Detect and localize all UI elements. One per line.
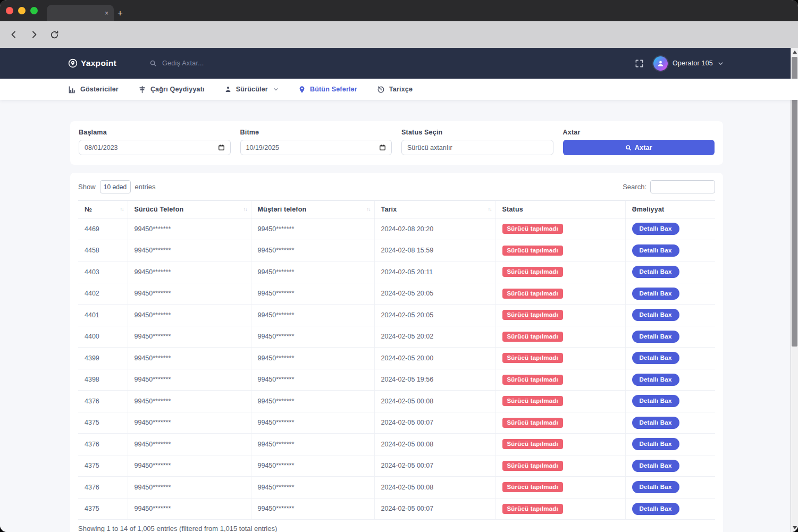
chevron-down-icon (718, 61, 724, 66)
calendar-icon[interactable] (218, 144, 225, 151)
table-info-text: Showing 1 to 14 of 1,005 entries (filter… (78, 525, 715, 532)
status-cell: Sürücü tapılmadı (495, 261, 625, 283)
status-badge: Sürücü tapılmadı (502, 289, 564, 299)
column-header-customer-phone[interactable]: Müştəri telefon↑↓ (251, 201, 374, 218)
nav-label: Çağrı Qeydiyyatı (150, 86, 205, 93)
driver-phone-cell: 99450******* (128, 261, 251, 283)
details-button[interactable]: Detallı Bax (632, 288, 679, 300)
filter-start-group: Başlama 08/01/2023 (79, 129, 231, 157)
nav-item-cagri-qeydiyyati[interactable]: Çağrı Qeydiyyatı (138, 86, 205, 94)
details-button[interactable]: Detallı Bax (632, 481, 679, 493)
tab-close-icon[interactable]: × (105, 10, 108, 16)
details-button[interactable]: Detallı Bax (632, 374, 679, 386)
row-id: 4403 (78, 261, 128, 283)
trip-date-cell: 2024-02-08 20:20 (374, 218, 495, 240)
user-icon (657, 60, 665, 67)
sort-icon[interactable]: ↑↓ (120, 207, 124, 212)
browser-tab[interactable]: × (47, 5, 114, 21)
details-button[interactable]: Detallı Bax (632, 309, 679, 321)
details-button[interactable]: Detallı Bax (632, 417, 679, 429)
end-date-input[interactable]: 10/19/2025 (240, 140, 392, 155)
customer-phone-cell: 99450******* (251, 498, 374, 520)
start-date-value: 08/01/2023 (85, 144, 218, 151)
customer-phone-cell: 99450******* (251, 455, 374, 477)
details-button[interactable]: Detallı Bax (632, 460, 679, 472)
nav-label: Sürücülər (236, 86, 268, 93)
row-id: 4399 (78, 348, 128, 369)
status-cell: Sürücü tapılmadı (495, 455, 625, 477)
row-id: 4376 (78, 477, 128, 499)
search-submit-button[interactable]: Axtar (563, 140, 715, 155)
scrollbar-thumb[interactable] (792, 57, 797, 347)
page-size-select[interactable]: 10 ədəd (100, 180, 131, 193)
reload-icon[interactable] (48, 28, 61, 41)
row-id: 4458 (78, 240, 128, 261)
scroll-up-icon[interactable] (793, 50, 797, 54)
table-row: 437599450*******99450*******2024-02-05 0… (78, 412, 715, 434)
end-date-label: Bitmə (240, 129, 392, 136)
nav-item-butun-seferler[interactable]: Bütün Səfərlər (298, 86, 357, 94)
scroll-down-icon[interactable] (793, 526, 797, 529)
avatar (653, 56, 668, 71)
table-controls: Show 10 ədəd entries Search: (78, 180, 715, 193)
status-select-label: Status Seçin (401, 129, 553, 136)
nav-item-gostericiler[interactable]: Göstəricilər (68, 86, 119, 94)
row-id: 4376 (78, 434, 128, 455)
customer-phone-cell: 99450******* (251, 305, 374, 326)
customer-phone-cell: 99450******* (251, 391, 374, 412)
trip-date-cell: 2024-02-05 00:07 (374, 498, 495, 520)
details-button[interactable]: Detallı Bax (632, 352, 679, 364)
search-button-label: Axtar (563, 129, 715, 136)
start-date-label: Başlama (79, 129, 231, 136)
column-header-no[interactable]: №↑↓ (78, 201, 128, 218)
trip-date-cell: 2024-02-05 20:00 (374, 348, 495, 369)
column-header-status[interactable]: Status (495, 201, 625, 218)
details-button[interactable]: Detallı Bax (632, 331, 679, 343)
table-row: 439999450*******99450*******2024-02-05 2… (78, 348, 715, 369)
status-select-input[interactable]: Sürücü axtarılır (401, 140, 553, 155)
user-menu[interactable]: Operator 105 (653, 56, 724, 71)
details-button[interactable]: Detallı Bax (632, 438, 679, 450)
vertical-scrollbar[interactable] (791, 48, 798, 532)
row-id: 4398 (78, 369, 128, 391)
minimize-window-button[interactable] (18, 7, 26, 14)
customer-phone-cell: 99450******* (251, 326, 374, 348)
table-row: 440199450*******99450*******2024-02-05 2… (78, 305, 715, 326)
table-search-input[interactable] (650, 180, 715, 193)
maximize-window-button[interactable] (30, 7, 38, 14)
start-date-input[interactable]: 08/01/2023 (79, 140, 231, 155)
brand-logo[interactable]: Yaxpoint (68, 58, 116, 68)
status-badge: Sürücü tapılmadı (502, 439, 564, 449)
details-button[interactable]: Detallı Bax (632, 266, 679, 278)
close-window-button[interactable] (6, 7, 13, 14)
driver-phone-cell: 99450******* (128, 348, 251, 369)
column-header-driver-phone[interactable]: Sürücü Telefon↑↓ (128, 201, 251, 218)
back-icon[interactable] (7, 28, 20, 41)
details-button[interactable]: Detallı Bax (632, 223, 679, 235)
details-button[interactable]: Detallı Bax (632, 503, 679, 515)
column-header-action[interactable]: Əməliyyat (625, 201, 715, 218)
filter-card: Başlama 08/01/2023 Bitmə 10/19/2025 (70, 121, 723, 165)
forward-icon[interactable] (28, 28, 40, 41)
entries-label: entries (135, 183, 156, 191)
calendar-icon[interactable] (379, 144, 386, 151)
sort-icon[interactable]: ↑↓ (243, 207, 247, 212)
status-badge: Sürücü tapılmadı (502, 246, 564, 256)
trip-date-cell: 2024-02-05 20:05 (374, 305, 495, 326)
table-header-row: №↑↓ Sürücü Telefon↑↓ Müştəri telefon↑↓ T… (78, 201, 715, 218)
new-tab-button[interactable]: + (117, 5, 123, 21)
column-header-date[interactable]: Tarix↑↓ (374, 201, 495, 218)
brand-name: Yaxpoint (81, 58, 116, 68)
sort-icon[interactable]: ↑↓ (488, 207, 492, 212)
driver-phone-cell: 99450******* (128, 412, 251, 434)
nav-item-suruculer[interactable]: Sürücülər (224, 86, 279, 93)
customer-phone-cell: 99450******* (251, 240, 374, 261)
fullscreen-icon[interactable] (635, 59, 644, 68)
sort-icon[interactable]: ↑↓ (367, 207, 371, 212)
table-row: 439899450*******99450*******2024-02-05 1… (78, 369, 715, 391)
nav-item-tarixce[interactable]: Tarixçə (377, 86, 413, 94)
customer-phone-cell: 99450******* (251, 261, 374, 283)
details-button[interactable]: Detallı Bax (632, 395, 679, 407)
details-button[interactable]: Detallı Bax (632, 244, 679, 257)
global-search[interactable]: Gediş Axtar... (149, 60, 204, 67)
